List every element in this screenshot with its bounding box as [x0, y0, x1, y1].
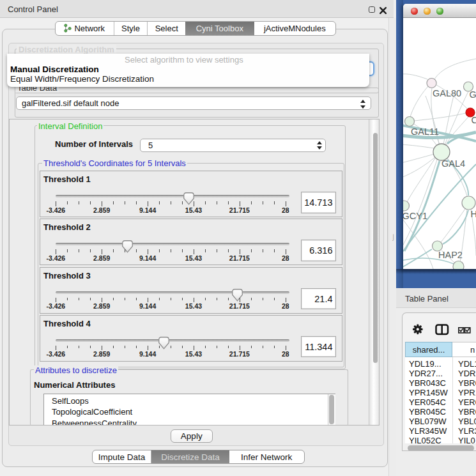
svg-text:GAL11: GAL11 [411, 127, 439, 137]
svg-text:GCY1: GCY1 [403, 211, 427, 221]
svg-text:GAL80: GAL80 [433, 88, 461, 98]
svg-text:C: C [472, 115, 476, 125]
svg-text:GA: GA [470, 89, 476, 100]
svg-text:HAP2: HAP2 [438, 250, 463, 260]
svg-text:H: H [471, 209, 476, 219]
svg-text:GAL4: GAL4 [441, 158, 465, 169]
